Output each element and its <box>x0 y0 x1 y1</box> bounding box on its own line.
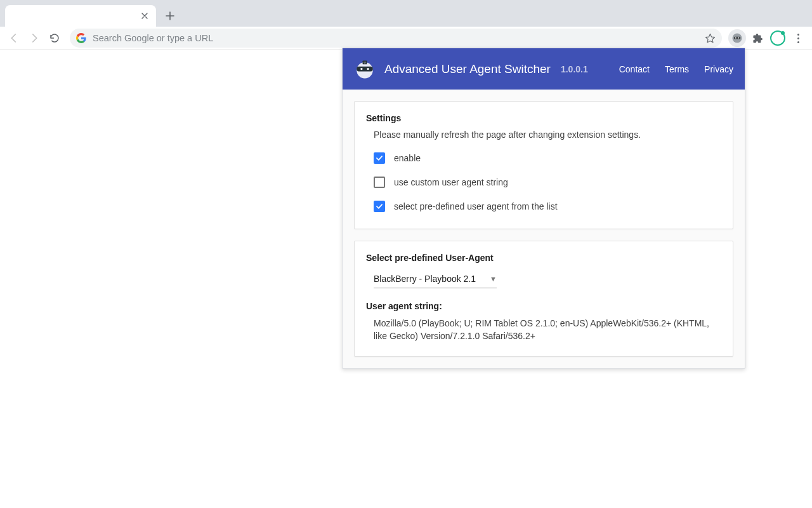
option-custom-row: use custom user agent string <box>374 177 721 188</box>
predefined-card: Select pre-defined User-Agent BlackBerry… <box>354 241 733 357</box>
ua-string-label: User agent string: <box>366 301 721 311</box>
popup-version: 1.0.0.1 <box>561 64 588 74</box>
ua-select-value: BlackBerry - Playbook 2.1 <box>374 274 476 284</box>
settings-note: Please manually refresh the page after c… <box>374 130 721 140</box>
browser-menu-button[interactable] <box>789 29 807 47</box>
profile-avatar[interactable] <box>769 29 787 47</box>
new-tab-button[interactable] <box>161 7 179 25</box>
checkbox-custom[interactable] <box>374 177 385 188</box>
option-enable-row: enable <box>374 152 721 164</box>
svg-point-2 <box>735 37 737 39</box>
option-predefined-label: select pre-defined user agent from the l… <box>394 201 558 211</box>
option-enable-label: enable <box>394 153 421 163</box>
svg-point-6 <box>360 67 362 69</box>
popup-title: Advanced User Agent Switcher <box>384 62 551 76</box>
extensions-puzzle-icon[interactable] <box>749 29 766 47</box>
omnibox[interactable] <box>70 29 722 48</box>
checkbox-enable[interactable] <box>374 152 385 164</box>
svg-point-7 <box>367 67 369 69</box>
browser-tab[interactable] <box>5 5 156 27</box>
option-custom-label: use custom user agent string <box>394 177 508 187</box>
svg-point-3 <box>738 37 739 39</box>
svg-text:U: U <box>363 61 365 64</box>
extension-ua-switcher-icon[interactable] <box>728 29 746 47</box>
ua-select[interactable]: BlackBerry - Playbook 2.1 ▼ <box>374 271 497 288</box>
tab-strip <box>0 0 812 27</box>
nav-privacy[interactable]: Privacy <box>704 64 733 74</box>
popup-nav: Contact Terms Privacy <box>619 64 733 74</box>
ninja-icon: U <box>354 58 376 80</box>
forward-button[interactable] <box>25 29 43 47</box>
popup-header: U Advanced User Agent Switcher 1.0.0.1 C… <box>343 48 745 90</box>
back-button[interactable] <box>5 29 23 47</box>
settings-card: Settings Please manually refresh the pag… <box>354 101 733 229</box>
settings-heading: Settings <box>366 113 721 123</box>
svg-rect-5 <box>357 66 373 71</box>
svg-rect-1 <box>734 37 741 39</box>
nav-terms[interactable]: Terms <box>665 64 689 74</box>
option-predefined-row: select pre-defined user agent from the l… <box>374 201 721 212</box>
checkbox-predefined[interactable] <box>374 201 385 212</box>
predefined-heading: Select pre-defined User-Agent <box>366 253 721 263</box>
close-icon[interactable] <box>140 11 150 21</box>
url-input[interactable] <box>93 33 698 43</box>
extension-popup: U Advanced User Agent Switcher 1.0.0.1 C… <box>342 48 745 369</box>
reload-button[interactable] <box>46 29 63 47</box>
nav-contact[interactable]: Contact <box>619 64 650 74</box>
google-icon <box>76 33 86 43</box>
browser-toolbar <box>0 27 812 50</box>
bookmark-star-icon[interactable] <box>704 32 716 44</box>
chevron-down-icon: ▼ <box>490 275 497 283</box>
ua-string-value: Mozilla/5.0 (PlayBook; U; RIM Tablet OS … <box>374 318 721 342</box>
